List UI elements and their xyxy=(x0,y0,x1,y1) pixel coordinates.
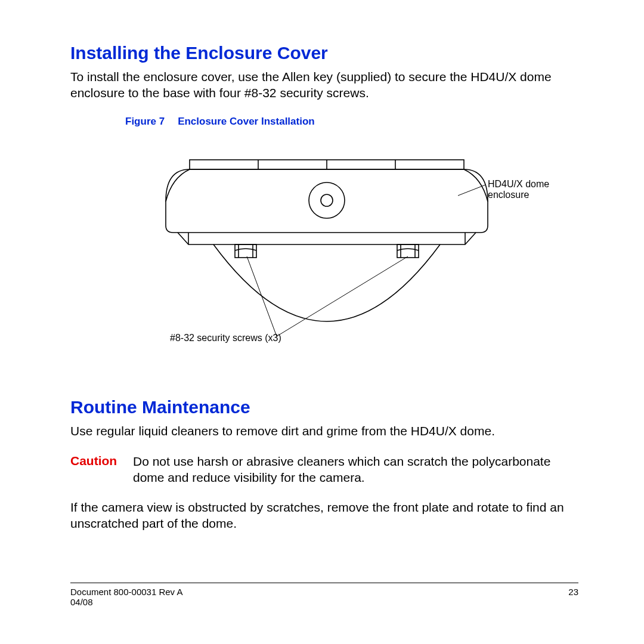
caution-body: Do not use harsh or abrasive cleaners wh… xyxy=(133,454,578,486)
maintenance-paragraph-1: Use regular liquid cleaners to remove di… xyxy=(70,423,578,439)
footer-rule xyxy=(70,583,578,583)
section1-paragraph: To install the enclosure cover, use the … xyxy=(70,69,578,101)
figure-enclosure-cover: HD4U/X dome enclosure #8-32 security scr… xyxy=(106,142,553,363)
footer-date: 04/08 xyxy=(70,597,578,607)
figure-callout-screws: #8-32 security screws (x3) xyxy=(170,333,281,343)
figure-callout-dome: HD4U/X dome enclosure xyxy=(488,179,553,200)
figure-title: Enclosure Cover Installation xyxy=(178,116,315,127)
svg-point-13 xyxy=(321,194,333,206)
svg-line-16 xyxy=(277,256,408,336)
footer-page-number: 23 xyxy=(568,587,578,597)
svg-line-14 xyxy=(458,185,485,196)
enclosure-diagram xyxy=(106,142,553,363)
figure-number: Figure 7 xyxy=(125,116,165,127)
page-footer: Document 800-00031 Rev A 23 04/08 xyxy=(70,583,578,607)
footer-doc-id: Document 800-00031 Rev A xyxy=(70,587,182,597)
caution-label: Caution xyxy=(70,454,133,486)
caution-block: Caution Do not use harsh or abrasive cle… xyxy=(70,454,578,486)
document-page: Installing the Enclosure Cover To instal… xyxy=(0,0,644,644)
maintenance-paragraph-2: If the camera view is obstructed by scra… xyxy=(70,500,578,532)
section-heading-installing: Installing the Enclosure Cover xyxy=(70,43,578,63)
section-heading-maintenance: Routine Maintenance xyxy=(70,397,578,417)
svg-line-15 xyxy=(247,256,277,336)
svg-point-12 xyxy=(309,182,345,218)
figure-caption: Figure 7Enclosure Cover Installation xyxy=(125,116,578,128)
